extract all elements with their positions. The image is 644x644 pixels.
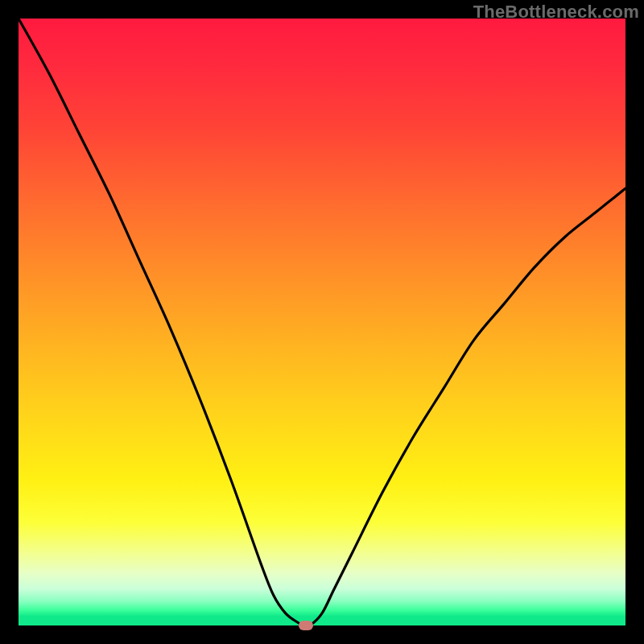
bottleneck-marker [299,621,313,630]
plot-area [19,19,625,625]
watermark-text: TheBottleneck.com [473,2,639,23]
chart-frame: TheBottleneck.com [0,0,644,644]
bottleneck-curve [19,19,625,625]
